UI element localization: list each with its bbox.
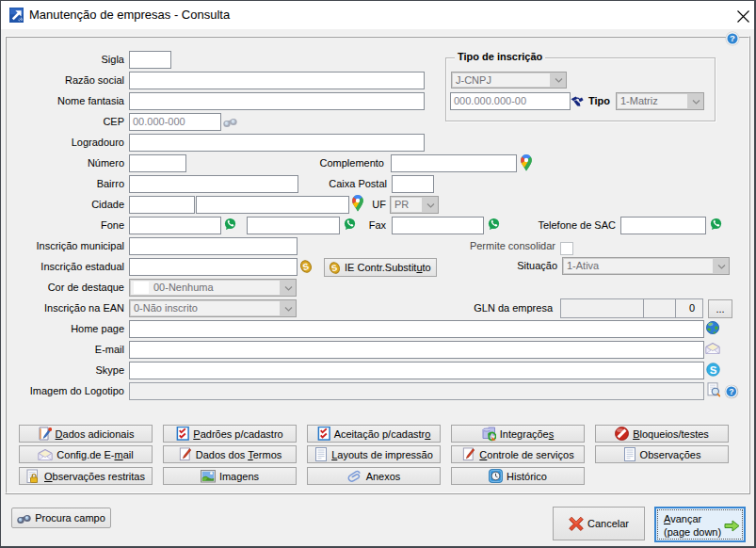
svg-text:?: ? <box>730 33 735 43</box>
